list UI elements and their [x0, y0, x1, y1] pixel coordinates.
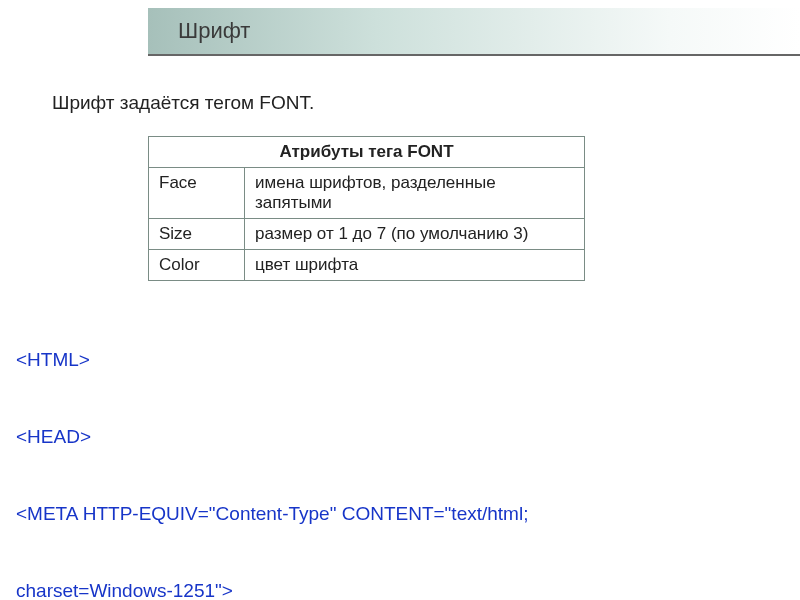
code-line: <HEAD>	[16, 424, 558, 450]
page-title: Шрифт	[178, 18, 250, 44]
attr-desc: цвет шрифта	[245, 250, 585, 281]
table-header: Атрибуты тега FONT	[149, 137, 585, 168]
table-row: Face имена шрифтов, разделенные запятыми	[149, 168, 585, 219]
intro-text: Шрифт задаётся тегом FONT.	[52, 92, 314, 114]
code-line: charset=Windows-1251">	[16, 578, 558, 600]
attr-name: Face	[149, 168, 245, 219]
font-attributes-table: Атрибуты тега FONT Face имена шрифтов, р…	[148, 136, 585, 281]
title-bar: Шрифт	[148, 8, 800, 56]
table-row: Size размер от 1 до 7 (по умолчанию 3)	[149, 219, 585, 250]
attr-desc: имена шрифтов, разделенные запятыми	[245, 168, 585, 219]
code-example: <HTML> <HEAD> <META HTTP-EQUIV="Content-…	[16, 296, 558, 600]
attr-name: Color	[149, 250, 245, 281]
code-line: <META HTTP-EQUIV="Content-Type" CONTENT=…	[16, 501, 558, 527]
attr-name: Size	[149, 219, 245, 250]
code-line: <HTML>	[16, 347, 558, 373]
table-row: Color цвет шрифта	[149, 250, 585, 281]
attr-desc: размер от 1 до 7 (по умолчанию 3)	[245, 219, 585, 250]
